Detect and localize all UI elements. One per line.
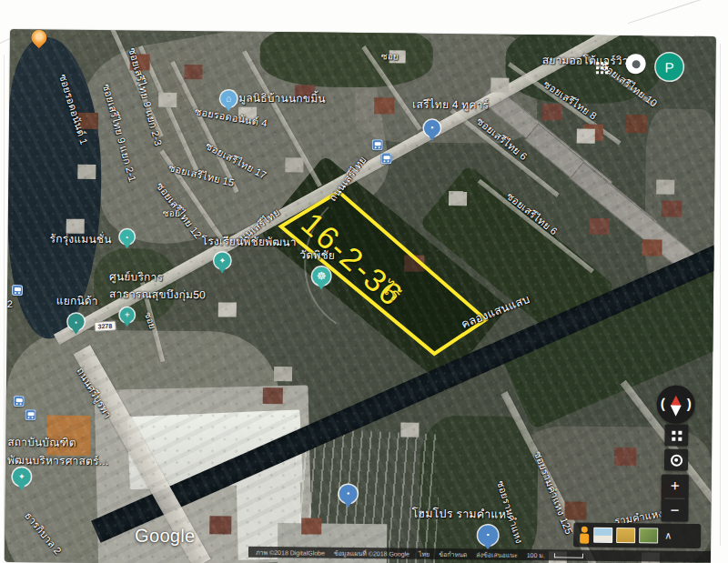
scale-bar xyxy=(554,553,583,558)
tilt-tiles-button[interactable] xyxy=(664,425,688,447)
photo-edge-line xyxy=(628,0,702,24)
transit-stop-icon[interactable] xyxy=(372,139,383,150)
parking-circle-icon[interactable]: P xyxy=(655,53,682,80)
transit-stop-icon[interactable] xyxy=(25,409,35,420)
route-shield: 3278 xyxy=(94,320,116,331)
poi-label-ban-nok-khamin-foundation[interactable]: มูลนิธิบ้านนกขมิ้น xyxy=(238,93,326,106)
attribution-item: 100 ม. xyxy=(527,549,545,559)
poi-label-health-center-line2[interactable]: สาธารณสุขบึงกุ่ม50 xyxy=(109,288,206,302)
poi-label-wat-phichai[interactable]: วัดพิชัย xyxy=(299,249,335,262)
zoom-in-button[interactable]: + xyxy=(662,475,689,498)
poi-label-health-center-line1[interactable]: ศูนย์บริการ xyxy=(109,271,163,284)
imagery-thumbnail-satellite[interactable] xyxy=(639,528,658,543)
poi-label-siam-auto-air-view[interactable]: สยามออโต้แอร์วิว xyxy=(542,55,629,68)
attribution-item[interactable]: ส่งข้อเสนอแนะ xyxy=(476,549,518,559)
collapse-chevron-icon[interactable]: ∧ xyxy=(664,530,672,542)
siam-auto-grid-icon[interactable] xyxy=(595,61,609,75)
imagery-thumbnail-streetview[interactable] xyxy=(593,528,612,543)
road-label-soi-mid: ซอย xyxy=(163,208,180,219)
poi-label-yaek-nida[interactable]: แยกนิด้า xyxy=(56,296,98,308)
scanned-page: 16-2-36 ไร่ ซอยรอดอนันต์ 1ซอยเสรีไทย 9 แ… xyxy=(0,0,728,563)
poi-label-seri-thai-4-tucar[interactable]: เสรีไทย 4 ทูคาร์ xyxy=(412,99,489,113)
homepro-bag-pin-icon[interactable]: ▪ xyxy=(478,525,498,545)
tucar-pin-icon[interactable]: ▪ xyxy=(424,120,440,136)
zoom-control: + − xyxy=(661,475,689,522)
road-label-left-edge-2: 2 xyxy=(7,298,13,310)
attribution-item[interactable]: ข้อกำหนด xyxy=(439,548,467,558)
transit-stop-icon[interactable] xyxy=(380,153,391,164)
homepro-cart-pin-icon[interactable]: ▪ xyxy=(339,485,358,503)
foundation-pin-icon[interactable]: ⌂ xyxy=(220,90,237,106)
school-pin-icon[interactable]: ✦ xyxy=(214,252,230,268)
poi-label-phichai-phatthana-school[interactable]: โรงเรียนพิชัยพัฒนา xyxy=(201,236,296,249)
temple-pin-icon[interactable]: ☸ xyxy=(312,266,330,285)
mansion-pin-icon[interactable]: ▪ xyxy=(120,229,135,244)
compass-control[interactable] xyxy=(656,385,694,423)
nida-pin-icon[interactable]: ✦ xyxy=(13,467,31,486)
poi-label-homepro-ramkhamhaeng[interactable]: โฮมโปร รามคำแหง xyxy=(411,508,511,522)
imagery-thumbnail-terrain[interactable] xyxy=(616,528,635,543)
tiles-grid-icon xyxy=(672,430,682,440)
health-center-pin-icon[interactable]: + xyxy=(120,307,135,322)
photo-edge-line xyxy=(720,44,721,546)
transit-stop-icon[interactable] xyxy=(12,285,23,296)
pegman-icon[interactable] xyxy=(579,526,590,544)
poi-label-nida-line2[interactable]: พัฒนบริหารศาสตร์... xyxy=(7,455,108,468)
zoom-out-button[interactable]: − xyxy=(661,498,688,522)
junction-pin-icon[interactable]: ▪ xyxy=(68,314,85,330)
attribution-item[interactable]: ไทย xyxy=(419,548,430,558)
google-logo: Google xyxy=(135,525,196,547)
road-label-soi-top: ซอย xyxy=(381,51,399,62)
imagery-bar[interactable]: ∧ xyxy=(573,523,701,548)
poi-label-rak-rung-mansion[interactable]: รักรุ่งแมนชั่น xyxy=(50,233,112,246)
transit-stop-icon[interactable] xyxy=(14,396,25,407)
attribution-item: ภาพ ©2018 DigitalGlobe xyxy=(256,547,325,558)
map-canvas[interactable]: 16-2-36 ไร่ ซอยรอดอนันต์ 1ซอยเสรีไทย 9 แ… xyxy=(5,29,716,563)
my-location-icon xyxy=(671,454,682,466)
compass-north-needle xyxy=(671,390,682,407)
attribution-item: ข้อมูลแผนที่ ©2018 Google xyxy=(334,548,410,558)
compass-south-needle xyxy=(671,406,682,422)
poi-label-nida-line1[interactable]: สถาบันบัณฑิต xyxy=(7,437,76,450)
my-location-button[interactable] xyxy=(664,449,688,471)
siam-auto-circle-icon[interactable] xyxy=(626,54,646,74)
